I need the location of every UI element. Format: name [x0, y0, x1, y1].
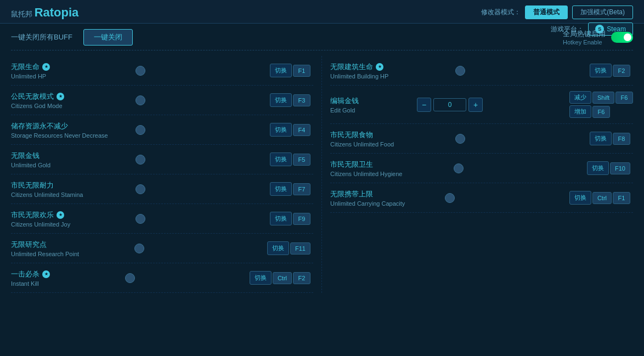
key-btn-group: 切换 F11 [267, 241, 310, 255]
cheat-name-cn: 无限建筑生命 ★ [330, 62, 450, 72]
switch-btn-hygiene[interactable]: 切换 [587, 161, 609, 175]
key-f6-increase: F6 [592, 106, 610, 118]
cheat-row-joy: 市民无限欢乐 ★ Citizens Unlimited Joy 切换 F9 [11, 204, 313, 234]
key-f10: F10 [610, 162, 630, 174]
cheat-name-cn: 市民无限欢乐 ★ [11, 210, 130, 220]
top-bar: 一键关闭所有BUFF 一键关闭 全局热键启用 Hotkey Enable [11, 29, 633, 50]
toggle-hygiene[interactable] [454, 163, 464, 173]
key-btn-group: 切换 Ctrl F1 [569, 191, 630, 205]
cheat-name-cn: 无限生命 ★ [11, 62, 130, 72]
hotkey-label: 全局热键启用 [563, 29, 606, 39]
key-f7: F7 [293, 183, 310, 195]
toggle-food[interactable] [455, 134, 465, 144]
cheat-name-cn: 无限研究点 [11, 240, 129, 250]
header: 鼠托邦 Ratopia 修改器模式： 普通模式 加强模式(Beta) 游戏平台：… [0, 0, 644, 24]
switch-btn-storage[interactable]: 切换 [270, 123, 292, 137]
cheat-name-en: Unlimited Research Point [11, 251, 129, 257]
switch-btn-food[interactable]: 切换 [590, 132, 612, 145]
cheat-name-cn: 无限金钱 [11, 151, 130, 161]
cheat-name-cn: 无限携带上限 [330, 189, 439, 199]
cheat-name-cn: 市民无限耐力 [11, 180, 130, 190]
switch-btn-building-hp[interactable]: 切换 [590, 64, 612, 77]
cheat-row-storage: 储存资源永不减少 Storage Resources Never Decreas… [11, 115, 313, 145]
cheat-name-cn: 编辑金钱 [330, 96, 417, 106]
star-icon: ★ [42, 63, 50, 71]
toggle-storage[interactable] [135, 125, 145, 135]
toggle-god[interactable] [135, 95, 145, 105]
switch-btn-research[interactable]: 切换 [267, 241, 289, 255]
key-shift: Shift [592, 92, 614, 104]
key-f1-carry: F1 [613, 192, 630, 204]
toggle-building-hp[interactable] [455, 66, 465, 76]
cheat-row-edit-gold: 编辑金钱 Edit Gold − + 减少 Shift [330, 86, 633, 124]
key-f2-kill: F2 [293, 272, 310, 284]
star-icon: ★ [42, 270, 50, 278]
reduce-row: 减少 Shift F6 [569, 91, 633, 104]
cheat-name-en: Unlimited Building HP [330, 73, 450, 80]
toggle-carrying[interactable] [445, 193, 455, 203]
toggle-hp[interactable] [135, 66, 145, 76]
switch-btn-hp[interactable]: 切换 [270, 64, 292, 77]
key-f1: F1 [293, 65, 310, 77]
app-name-en: Ratopia [35, 5, 79, 19]
cheat-row-god-mode: 公民无敌模式 ★ Citizens God Mode 切换 F3 [11, 86, 313, 115]
mode-normal-button[interactable]: 普通模式 [525, 5, 568, 19]
hotkey-labels: 全局热键启用 Hotkey Enable [563, 29, 606, 46]
increase-btn[interactable]: 增加 [569, 105, 591, 118]
toggle-stamina[interactable] [135, 184, 145, 194]
cheat-name-en: Citizens Unlimited Food [330, 141, 450, 148]
hotkey-toggle[interactable] [611, 32, 633, 43]
mode-row: 修改器模式： 普通模式 加强模式(Beta) [481, 5, 633, 19]
decrease-gold-btn[interactable]: − [417, 98, 431, 112]
gold-input[interactable] [433, 98, 466, 111]
cheat-name-cn: 市民无限食物 [330, 130, 450, 140]
cheat-name-cn: 市民无限卫生 [330, 160, 448, 169]
cheat-name-en: Citizens Unlimited Joy [11, 221, 130, 228]
key-btn-group: 切换 F9 [270, 212, 310, 225]
stacked-keys-gold: 减少 Shift F6 增加 F6 [569, 91, 633, 118]
switch-btn-joy[interactable]: 切换 [270, 212, 292, 225]
cheat-name-en: Edit Gold [330, 107, 417, 114]
cheat-info: 市民无限欢乐 ★ Citizens Unlimited Joy [11, 210, 130, 228]
main-content: 一键关闭所有BUFF 一键关闭 全局热键启用 Hotkey Enable [0, 24, 644, 298]
cheat-row-food: 市民无限食物 Citizens Unlimited Food 切换 F8 [330, 124, 633, 154]
cheat-name-en: Unlimited Carrying Capacity [330, 200, 439, 207]
key-f3: F3 [293, 94, 310, 106]
mode-beta-button[interactable]: 加强模式(Beta) [572, 5, 633, 19]
top-bar-left: 一键关闭所有BUFF 一键关闭 [11, 29, 133, 46]
cheat-name-en: Unlimited HP [11, 73, 130, 80]
toggle-kill[interactable] [125, 273, 135, 283]
key-btn-group: 切换 Ctrl F2 [250, 271, 310, 285]
close-all-button[interactable]: 一键关闭 [83, 29, 133, 46]
cheat-row-unlimited-hp: 无限生命 ★ Unlimited HP 切换 F1 [11, 56, 313, 86]
hotkey-section: 全局热键启用 Hotkey Enable [563, 29, 633, 46]
number-input-group: − + [417, 98, 483, 112]
cheat-row-stamina: 市民无限耐力 Citizens Unlimited Stamina 切换 F7 [11, 174, 313, 204]
cheat-name-cn: 储存资源永不减少 [11, 121, 130, 131]
increase-row: 增加 F6 [569, 105, 633, 118]
switch-btn-god[interactable]: 切换 [270, 93, 292, 107]
increase-gold-btn[interactable]: + [468, 98, 483, 112]
toggle-research[interactable] [134, 244, 144, 253]
cheat-row-hygiene: 市民无限卫生 Citizens Unlimited Hygiene 切换 F10 [330, 154, 633, 183]
key-btn-group: 切换 F1 [270, 64, 310, 77]
cheat-name-en: Unlimited Gold [11, 162, 130, 168]
cheat-name-en: Citizens God Mode [11, 103, 130, 109]
cheat-grid: 无限生命 ★ Unlimited HP 切换 F1 [11, 56, 633, 293]
key-f9: F9 [293, 213, 310, 225]
star-icon: ★ [57, 93, 64, 100]
cheat-name-en: Storage Resources Never Decrease [11, 132, 130, 139]
cheat-info: 市民无限食物 Citizens Unlimited Food [330, 130, 450, 148]
key-btn-group: 切换 F5 [270, 152, 310, 166]
cheat-info: 编辑金钱 Edit Gold [330, 96, 417, 114]
switch-btn-kill[interactable]: 切换 [250, 271, 272, 285]
reduce-btn[interactable]: 减少 [569, 91, 591, 104]
cheat-row-building-hp: 无限建筑生命 ★ Unlimited Building HP 切换 F2 [330, 56, 633, 86]
toggle-gold[interactable] [135, 155, 145, 165]
switch-btn-stamina[interactable]: 切换 [270, 182, 292, 196]
cheat-info: 市民无限卫生 Citizens Unlimited Hygiene [330, 160, 448, 177]
app-name-cn: 鼠托邦 [11, 10, 32, 18]
switch-btn-carrying[interactable]: 切换 [569, 191, 591, 205]
toggle-joy[interactable] [135, 214, 145, 224]
switch-btn-gold[interactable]: 切换 [270, 152, 292, 166]
